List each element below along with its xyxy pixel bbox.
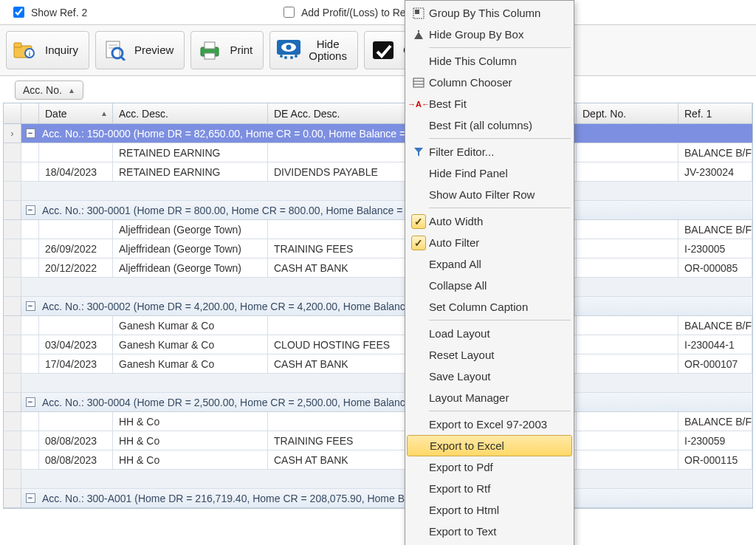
table-row[interactable]: 26/09/2022Aljeffridean (George Town)TRAI… <box>4 239 752 258</box>
criteria-icon <box>371 38 396 63</box>
table-row[interactable]: 08/08/2023HH & CoTRAINING FEESI-230059 <box>4 431 752 450</box>
table-row[interactable]: 18/04/2023RETAINED EARNINGDIVIDENDS PAYA… <box>4 162 752 182</box>
ctx-collapse-all[interactable]: Collapse All <box>405 275 574 296</box>
check-icon: ✓ <box>411 236 426 250</box>
add-profit-checkbox[interactable] <box>284 7 295 18</box>
sort-asc-icon: ▲ <box>100 109 108 117</box>
svg-point-16 <box>284 56 287 59</box>
svg-rect-22 <box>418 30 419 32</box>
svg-rect-21 <box>415 10 419 14</box>
column-chooser-icon <box>408 74 429 92</box>
svg-point-18 <box>295 55 298 58</box>
svg-rect-11 <box>205 53 215 59</box>
hide-options-button[interactable]: HideOptions <box>269 31 358 69</box>
table-row[interactable]: RETAINED EARNINGBALANCE B/F <box>4 143 752 162</box>
table-row[interactable]: HH & CoBALANCE B/F <box>4 412 752 431</box>
ctx-set-caption[interactable]: Set Column Caption <box>405 296 574 318</box>
print-label: Print <box>230 44 252 57</box>
col-accdesc[interactable]: Acc. Desc. <box>113 103 268 123</box>
table-row[interactable]: 03/04/2023Ganesh Kumar & CoCLOUD HOSTING… <box>4 335 752 354</box>
ctx-show-autofilter-row[interactable]: Show Auto Filter Row <box>405 184 574 205</box>
ctx-expand-all[interactable]: Expand All <box>405 253 574 275</box>
svg-point-15 <box>280 55 283 58</box>
col-expand[interactable] <box>21 103 39 123</box>
table-row[interactable]: 08/08/2023HH & CoCASH AT BANKOR-000115 <box>4 450 752 470</box>
ctx-export-rtf[interactable]: Export to Rtf <box>405 478 574 499</box>
ctx-hide-column[interactable]: Hide This Column <box>405 50 574 72</box>
inquiry-icon: i <box>13 38 38 63</box>
print-button[interactable]: Print <box>190 31 264 69</box>
svg-line-8 <box>121 57 125 61</box>
toolbar: i Inquiry Preview Print HideOptions Crit… <box>0 24 756 76</box>
group-chip-label: Acc. No. <box>23 84 62 96</box>
sort-asc-icon: ▲ <box>68 86 75 95</box>
hide-groupbox-icon <box>408 26 429 44</box>
ctx-export-xls[interactable]: Export to Excel <box>407 435 572 456</box>
grid-header: Date▲ Acc. Desc. DE Acc. Desc. Dept. No.… <box>4 103 752 124</box>
show-ref2-label: Show Ref. 2 <box>31 7 87 18</box>
ctx-auto-filter[interactable]: ✓Auto Filter <box>405 232 574 253</box>
svg-rect-10 <box>205 42 215 49</box>
ctx-export-html[interactable]: Export to Html <box>405 499 574 521</box>
col-ref1[interactable]: Ref. 1 <box>678 103 752 123</box>
ctx-export-text[interactable]: Export to Text <box>405 521 574 542</box>
ctx-auto-width[interactable]: ✓Auto Width <box>405 210 574 232</box>
collapse-icon[interactable]: − <box>26 205 35 215</box>
ctx-hide-groupbox[interactable]: Hide Group By Box <box>405 24 574 45</box>
group-row[interactable]: −Acc. No.: 300-0004 (Home DR = 2,500.00,… <box>4 393 752 412</box>
table-row[interactable]: Aljeffridean (George Town)BALANCE B/F <box>4 220 752 239</box>
ledger-grid: Date▲ Acc. Desc. DE Acc. Desc. Dept. No.… <box>3 103 753 509</box>
ctx-column-chooser[interactable]: Column Chooser <box>405 72 574 93</box>
hide-options-icon <box>276 38 301 63</box>
ctx-filter-editor[interactable]: Filter Editor... <box>405 141 574 162</box>
ctx-group-by[interactable]: Group By This Column <box>405 2 574 24</box>
ctx-best-fit[interactable]: →A←Best Fit <box>405 93 574 114</box>
ctx-load-layout[interactable]: Load Layout <box>405 323 574 344</box>
ctx-reset-layout[interactable]: Reset Layout <box>405 344 574 366</box>
collapse-icon[interactable]: − <box>26 301 35 311</box>
ctx-layout-manager[interactable]: Layout Manager <box>405 387 574 408</box>
svg-point-17 <box>290 56 293 59</box>
preview-label: Preview <box>134 44 173 57</box>
inquiry-label: Inquiry <box>45 44 78 57</box>
ctx-export-pdf[interactable]: Export to Pdf <box>405 456 574 478</box>
group-by-panel[interactable]: Acc. No. ▲ <box>0 76 756 103</box>
col-dept[interactable]: Dept. No. <box>577 103 678 123</box>
preview-button[interactable]: Preview <box>95 31 185 69</box>
collapse-icon[interactable]: − <box>26 397 35 407</box>
group-row[interactable]: ›−Acc. No.: 150-0000 (Home DR = 82,650.0… <box>4 124 752 143</box>
col-date[interactable]: Date▲ <box>39 103 113 123</box>
ctx-export-xml[interactable]: Export to Xml <box>405 542 574 545</box>
ctx-hide-find[interactable]: Hide Find Panel <box>405 162 574 184</box>
group-row[interactable]: −Acc. No.: 300-0002 (Home DR = 4,200.00,… <box>4 297 752 316</box>
svg-point-14 <box>286 45 292 50</box>
preview-icon <box>102 38 127 63</box>
column-context-menu: Group By This Column Hide Group By Box H… <box>405 0 574 545</box>
svg-text:i: i <box>29 50 31 58</box>
ctx-export-xls97[interactable]: Export to Excel 97-2003 <box>405 414 574 435</box>
group-row[interactable]: −Acc. No.: 300-A001 (Home DR = 216,719.4… <box>4 489 752 508</box>
collapse-icon[interactable]: − <box>26 128 35 138</box>
svg-rect-1 <box>14 43 21 47</box>
collapse-icon[interactable]: − <box>26 493 35 503</box>
group-by-icon <box>408 4 429 22</box>
table-row[interactable]: Ganesh Kumar & CoBALANCE B/F <box>4 316 752 335</box>
ctx-save-layout[interactable]: Save Layout <box>405 366 574 387</box>
filter-icon <box>408 143 429 161</box>
hide-options-label: HideOptions <box>309 38 347 63</box>
table-row[interactable]: 17/04/2023Ganesh Kumar & CoCASH AT BANKO… <box>4 354 752 374</box>
inquiry-button[interactable]: i Inquiry <box>6 31 89 69</box>
col-rowhandle[interactable] <box>4 103 21 123</box>
group-chip-accno[interactable]: Acc. No. ▲ <box>15 80 83 100</box>
best-fit-icon: →A← <box>408 95 429 113</box>
check-icon: ✓ <box>411 214 426 229</box>
svg-rect-23 <box>413 78 424 87</box>
group-row[interactable]: −Acc. No.: 300-0001 (Home DR = 800.00, H… <box>4 201 752 220</box>
print-icon <box>197 38 222 63</box>
ctx-best-fit-all[interactable]: Best Fit (all columns) <box>405 114 574 136</box>
table-row[interactable]: 20/12/2022Aljeffridean (George Town)CASH… <box>4 258 752 278</box>
show-ref2-checkbox[interactable] <box>13 7 24 18</box>
